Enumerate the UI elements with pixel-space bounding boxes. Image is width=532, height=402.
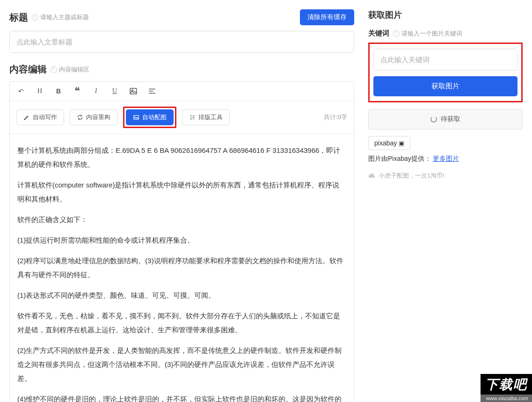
provider-line: 图片由Pixabay提供： 更多图片	[368, 155, 523, 163]
image-icon[interactable]	[129, 86, 138, 96]
provider-badge: pixabay ▣	[368, 136, 410, 150]
bold-icon[interactable]: B	[54, 86, 63, 96]
keyword-row: 关键词 ! 请输入一个图片关键词	[368, 29, 523, 38]
info-icon: !	[393, 30, 400, 37]
title-hint: ! 请输入主题或标题	[32, 13, 89, 22]
content-section-header: 内容编辑 ! 内容编辑区	[9, 63, 354, 76]
watermark-text: 下载吧	[481, 374, 532, 395]
picture-icon	[133, 114, 139, 121]
layout-tool-button[interactable]: 排版工具	[182, 109, 230, 125]
auto-image-button[interactable]: 自动配图	[126, 109, 174, 125]
title-input[interactable]	[9, 31, 354, 53]
content-paragraph: (2)程序可以满意地处理信息的数据结构。(3)说明程序功能要求和程序需要的文档的…	[17, 254, 346, 282]
auto-image-highlight: 自动配图	[123, 107, 176, 128]
info-icon: !	[32, 14, 38, 21]
content-paragraph: (2)生产方式不同的软件是开发，是人类智能的高发挥，而不是传统意义上的硬件制造。…	[17, 344, 346, 386]
content-paragraph: 软件的正确含义如下：	[17, 213, 346, 227]
italic-icon[interactable]: I	[91, 86, 101, 96]
content-paragraph: (1)表达形式不同的硬件类型、颜色、味道、可见、可摸、可闻。	[17, 288, 346, 302]
content-paragraph: (4)维护不同的硬件是旧的，理论上软件是旧的，并不坏，但实际上软件也是旧的和坏的…	[17, 392, 346, 402]
keyword-label: 关键词	[368, 29, 389, 38]
content-paragraph: 计算机软件(computer software)是指计算机系统中除硬件以外的所有…	[17, 178, 346, 206]
content-hint: ! 内容编辑区	[51, 65, 89, 74]
auto-write-button[interactable]: 自动写作	[16, 109, 64, 125]
watermark: 下载吧 www.xiazaiba.com	[481, 374, 532, 402]
content-paragraph: 整个计算机系统由两部分组成：E.69DA 5 E 6 BA 9062616964…	[17, 144, 346, 172]
content-label: 内容编辑	[9, 63, 47, 76]
format-toolbar: ↶ H B ❝ I U	[10, 82, 354, 101]
quote-icon[interactable]: ❝	[73, 86, 82, 96]
fetch-image-title: 获取图片	[368, 9, 523, 21]
cloud-icon	[368, 173, 376, 179]
info-icon: !	[51, 66, 57, 73]
clear-cache-button[interactable]: 清除所有缓存	[300, 9, 354, 25]
camera-icon: ▣	[399, 140, 404, 147]
keyword-hint: ! 请输入一个图片关键词	[393, 29, 462, 38]
undo-icon[interactable]: ↶	[16, 86, 26, 96]
editor-content[interactable]: 整个计算机系统由两部分组成：E.69DA 5 E 6 BA 9062616964…	[10, 134, 354, 402]
refresh-icon	[77, 114, 83, 121]
keyword-highlight-box: 获取图片	[368, 43, 523, 102]
align-icon[interactable]	[147, 86, 157, 96]
title-section-header: 标题 ! 请输入主题或标题 清除所有缓存	[9, 9, 354, 25]
action-toolbar: 自动写作 内容重构 自动配图 排版工具	[10, 101, 354, 134]
layout-icon	[189, 114, 196, 121]
restructure-button[interactable]: 内容重构	[70, 109, 117, 125]
title-label: 标题	[9, 11, 28, 24]
underline-icon[interactable]: U	[110, 86, 119, 96]
svg-rect-0	[130, 88, 137, 94]
watermark-url: www.xiazaiba.com	[481, 395, 532, 402]
heading-icon[interactable]: H	[35, 86, 44, 96]
keyword-input[interactable]	[373, 49, 517, 71]
spinner-icon	[430, 116, 437, 122]
word-count: 共计:0字	[324, 113, 347, 122]
content-paragraph: (1)提供运行时所需功能和性能的命令或计算机程序集合。	[17, 233, 346, 247]
editor-box: ↶ H B ❝ I U 自动写作 内容重构	[9, 81, 354, 402]
more-images-link[interactable]: 更多图片	[433, 155, 459, 162]
content-paragraph: 软件看不见，无色，枯燥，看不见，摸不到，闻不到。软件大部分存在于人们的头脑或纸上…	[17, 309, 346, 337]
fetch-image-button[interactable]: 获取图片	[373, 76, 517, 96]
pencil-icon	[23, 114, 30, 121]
pending-button[interactable]: 待获取	[368, 109, 523, 129]
footer-note: 小虎子配图，一次1淘币!	[368, 172, 523, 180]
